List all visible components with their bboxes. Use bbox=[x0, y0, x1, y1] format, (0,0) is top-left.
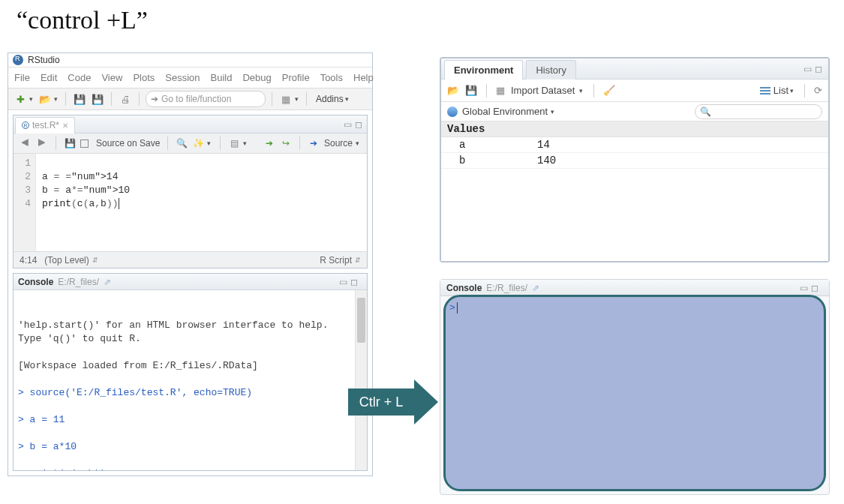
search-icon: 🔍 bbox=[700, 106, 711, 117]
env-var-name: a bbox=[447, 139, 537, 151]
back-arrow-icon[interactable]: ⯇ bbox=[20, 137, 32, 149]
menu-edit[interactable]: Edit bbox=[41, 72, 57, 83]
console-pane-right: Console E:/R_files/ ⇗ ▭ ◻ > bbox=[440, 279, 830, 495]
menu-debug[interactable]: Debug bbox=[242, 72, 271, 83]
dropdown-caret-icon[interactable]: ▾ bbox=[54, 95, 58, 103]
list-lines-icon bbox=[760, 87, 770, 94]
rstudio-left-window: RStudio FileEditCodeViewPlotsSessionBuil… bbox=[8, 52, 373, 476]
file-type-label: R Script bbox=[320, 255, 352, 266]
save-button[interactable]: 💾 bbox=[64, 137, 76, 149]
maximize-pane-icon[interactable]: ◻ bbox=[350, 277, 358, 287]
minimize-pane-icon[interactable]: ▭ bbox=[339, 277, 347, 287]
dropdown-caret-icon[interactable]: ▾ bbox=[207, 140, 211, 147]
env-search-input[interactable]: 🔍 bbox=[695, 104, 822, 119]
dropdown-caret-icon: ▾ bbox=[345, 95, 349, 103]
open-folder-icon[interactable]: 📂 bbox=[447, 85, 459, 96]
source-tab[interactable]: R test.R* ✕ bbox=[15, 117, 75, 134]
dropdown-caret-icon[interactable]: ▾ bbox=[29, 95, 33, 103]
minimize-pane-icon[interactable]: ▭ bbox=[803, 64, 812, 74]
env-row[interactable]: b140 bbox=[441, 153, 828, 169]
console-header: Console E:/R_files/ ⇗ ▭ ◻ bbox=[14, 274, 367, 290]
code-editor[interactable]: 1234 a = ="num">14b = a*="num">10print(c… bbox=[14, 154, 367, 251]
goto-file-input[interactable]: ➔ Go to file/function bbox=[146, 91, 266, 107]
menu-profile[interactable]: Profile bbox=[282, 72, 310, 83]
code-body[interactable]: a = ="num">14b = a*="num">10print(c(a,b)… bbox=[36, 154, 136, 251]
popout-icon[interactable]: ⇗ bbox=[532, 283, 539, 293]
source-pane: R test.R* ✕ ▭ ◻ ⯇ ⯈ 💾 Source on Save 🔍 ✨… bbox=[13, 115, 368, 268]
env-toolbar: 📂 💾 ▦ Import Dataset ▾ 🧹 List ▾ ⟳ bbox=[441, 80, 828, 102]
save-all-button[interactable]: 💾 bbox=[90, 92, 105, 106]
separator bbox=[299, 136, 300, 150]
report-icon[interactable]: ▤ bbox=[228, 137, 240, 149]
minimize-pane-icon[interactable]: ▭ bbox=[800, 283, 808, 293]
dropdown-caret-icon[interactable]: ▾ bbox=[295, 95, 299, 103]
list-label: List bbox=[773, 85, 788, 96]
scope-caret-icon[interactable]: ⇵ bbox=[92, 256, 98, 264]
popout-icon[interactable]: ⇗ bbox=[104, 277, 111, 287]
env-tabbar: Environment History ▭ ◻ bbox=[441, 58, 828, 80]
save-icon[interactable]: 💾 bbox=[465, 85, 477, 96]
maximize-pane-icon[interactable]: ◻ bbox=[815, 64, 822, 74]
maximize-pane-icon[interactable]: ◻ bbox=[355, 119, 362, 130]
cursor-position: 4:14 bbox=[20, 255, 37, 266]
env-empty-area bbox=[441, 169, 828, 261]
console-path: E:/R_files/ bbox=[58, 277, 99, 287]
new-file-button[interactable]: ✚ bbox=[13, 92, 28, 106]
source-toolbar: ⯇ ⯈ 💾 Source on Save 🔍 ✨▾ ▤▾ ➔ ↪ ➔ Sourc… bbox=[14, 134, 367, 154]
find-icon[interactable]: 🔍 bbox=[176, 137, 188, 149]
open-folder-button[interactable]: 📂 bbox=[38, 92, 53, 106]
menu-session[interactable]: Session bbox=[165, 72, 200, 83]
broom-icon[interactable]: 🧹 bbox=[603, 85, 615, 96]
print-button[interactable]: 🖨 bbox=[118, 92, 133, 106]
run-line-icon[interactable]: ➔ bbox=[263, 137, 275, 149]
menu-help[interactable]: Help bbox=[353, 72, 374, 83]
line-gutter: 1234 bbox=[14, 154, 36, 251]
tab-name: test.R* bbox=[32, 120, 59, 130]
scroll-thumb[interactable] bbox=[357, 298, 365, 343]
console-body[interactable]: > bbox=[449, 302, 464, 314]
addins-label: Addins bbox=[316, 94, 344, 104]
refresh-icon[interactable]: ⟳ bbox=[814, 85, 822, 96]
env-var-value: 14 bbox=[537, 139, 550, 151]
grid-button[interactable]: ▦ bbox=[278, 92, 293, 106]
menu-tools[interactable]: Tools bbox=[320, 72, 343, 83]
tab-history[interactable]: History bbox=[526, 60, 575, 80]
separator bbox=[56, 136, 56, 150]
menu-build[interactable]: Build bbox=[211, 72, 233, 83]
import-dataset-button[interactable]: Import Dataset bbox=[511, 85, 575, 96]
type-caret-icon[interactable]: ⇵ bbox=[355, 256, 361, 264]
fwd-arrow-icon[interactable]: ⯈ bbox=[36, 137, 48, 149]
rerun-icon[interactable]: ↪ bbox=[280, 137, 292, 149]
wand-icon[interactable]: ✨ bbox=[192, 137, 204, 149]
dropdown-caret-icon[interactable]: ▾ bbox=[579, 87, 583, 94]
console-body[interactable]: 'help.start()' for an HTML browser inter… bbox=[14, 290, 367, 470]
separator bbox=[306, 92, 307, 106]
console-title: Console bbox=[18, 277, 53, 287]
dropdown-caret-icon[interactable]: ▾ bbox=[243, 140, 247, 147]
scope-selector[interactable]: Global Environment bbox=[462, 106, 548, 117]
menu-view[interactable]: View bbox=[101, 72, 122, 83]
console-header: Console E:/R_files/ ⇗ ▭ ◻ bbox=[440, 280, 829, 296]
list-view-selector[interactable]: List ▾ bbox=[760, 85, 795, 96]
rfile-icon: R bbox=[22, 122, 29, 129]
separator bbox=[486, 84, 487, 98]
source-button[interactable]: Source bbox=[324, 138, 353, 148]
minimize-pane-icon[interactable]: ▭ bbox=[344, 119, 352, 130]
menu-plots[interactable]: Plots bbox=[133, 72, 155, 83]
menubar: FileEditCodeViewPlotsSessionBuildDebugPr… bbox=[8, 68, 372, 88]
import-grid-icon: ▦ bbox=[496, 85, 505, 96]
menu-code[interactable]: Code bbox=[68, 72, 91, 83]
menu-file[interactable]: File bbox=[14, 72, 30, 83]
source-on-save-checkbox[interactable] bbox=[80, 140, 89, 148]
save-button[interactable]: 💾 bbox=[72, 92, 87, 106]
env-row[interactable]: a14 bbox=[441, 137, 828, 153]
maximize-pane-icon[interactable]: ◻ bbox=[811, 283, 818, 293]
close-tab-icon[interactable]: ✕ bbox=[62, 122, 68, 130]
addins-menu[interactable]: Addins ▾ bbox=[313, 94, 353, 104]
source-run-icon[interactable]: ➔ bbox=[308, 137, 320, 149]
separator bbox=[804, 84, 805, 98]
tab-environment[interactable]: Environment bbox=[444, 60, 523, 80]
source-on-save-label: Source on Save bbox=[96, 138, 160, 148]
dropdown-caret-icon[interactable]: ▾ bbox=[356, 140, 359, 147]
dropdown-caret-icon[interactable]: ▾ bbox=[551, 108, 554, 116]
